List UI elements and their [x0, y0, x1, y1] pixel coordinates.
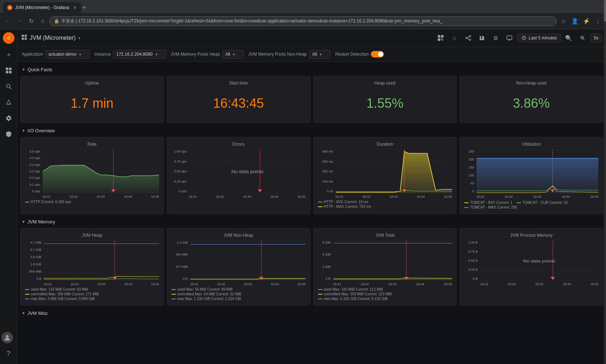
uptime-value: 1.7 min	[25, 89, 159, 118]
scrollbar[interactable]	[604, 0, 606, 364]
heap-used-value: 1.55%	[318, 89, 452, 118]
application-value: actuator-demo	[48, 52, 76, 57]
reload-btn[interactable]: ↻	[26, 16, 36, 26]
add-panel-btn[interactable]	[435, 32, 446, 44]
tab-favicon: G	[7, 5, 12, 10]
start-time-label: Start time	[171, 81, 306, 86]
jvm-non-heap-legend: used Max: 50 MiB Current: 49 MiB committ…	[171, 287, 306, 301]
toggle-track[interactable]	[371, 51, 384, 57]
rate-legend-text: HTTP Current: 0.200 ops	[31, 200, 71, 204]
browser-chrome: G JVM (Micrometer) - Grafana × + ← → ↻ ⌂…	[0, 0, 606, 29]
non-heap-used-value: 3.86%	[464, 89, 598, 118]
svg-marker-89	[551, 277, 555, 280]
svg-marker-70	[113, 277, 117, 280]
application-label: Application	[22, 52, 43, 57]
heap-l2: committed Max: 306 MiB Current: 271 MiB	[31, 292, 99, 296]
sidebar-item-settings[interactable]	[1, 111, 16, 125]
svg-rect-12	[25, 38, 27, 40]
forward-btn[interactable]: →	[14, 16, 25, 26]
account-btn[interactable]: 👤	[570, 16, 580, 26]
jvm-memory-section-header[interactable]: ▼ JVM Memory	[20, 217, 603, 227]
utilisation-legend: TOMCAT - BSY Current: 1 TOMCAT - CUR Cur…	[464, 200, 598, 209]
extension-btn[interactable]: ⚡	[581, 16, 592, 26]
svg-rect-15	[438, 38, 440, 41]
io-overview-row: Rate 0.6 ops0.5 ops0.4 ops0.3 ops0.2 ops…	[20, 137, 603, 214]
non-heap-value: All	[312, 52, 317, 57]
tv-mode-btn[interactable]	[504, 32, 515, 44]
sidebar-bottom: ?	[1, 332, 16, 361]
io-overview-section-header[interactable]: ▼ I/O Overview	[20, 126, 603, 136]
lock-icon: 🔒	[54, 18, 59, 23]
heap-used-panel: Heap used 1.55%	[313, 76, 457, 123]
tab-close-btn[interactable]: ×	[73, 5, 76, 10]
time-range-picker[interactable]: Last 5 minutes	[517, 34, 561, 42]
save-btn[interactable]	[476, 32, 488, 44]
svg-line-23	[467, 38, 469, 39]
sidebar-item-explore[interactable]	[1, 79, 16, 94]
time-range-label: Last 5 minutes	[529, 35, 557, 40]
user-avatar[interactable]	[1, 332, 13, 343]
errors-panel: Errors 1.00 ops0.75 ops0.50 ops0.25 ops0…	[167, 137, 310, 214]
star-btn[interactable]: ☆	[449, 32, 460, 44]
utilisation-legend2: TOMCAT - CUR Current: 10	[522, 201, 567, 205]
sidebar-item-help[interactable]: ?	[1, 346, 16, 361]
heap-select[interactable]: All ▾	[222, 50, 244, 59]
svg-text:No data points: No data points	[231, 169, 263, 174]
start-time-value: 16:43:45	[171, 89, 306, 118]
browser-actions: ☆ 👤 ⚡ ⋮	[558, 16, 603, 26]
io-overview-title: I/O Overview	[27, 128, 55, 133]
heap-var-group: JVM Memory Pools Heap All ▾	[171, 50, 244, 59]
refresh-btn[interactable]: 5s	[590, 34, 602, 42]
instance-select[interactable]: 172.16.2.204:8080 ▾	[113, 50, 166, 59]
non-heap-var-group: JVM Memory Pools Non-Heap All ▾	[248, 50, 331, 59]
application-select[interactable]: actuator-demo ▾	[45, 50, 90, 59]
svg-rect-5	[9, 71, 12, 73]
search-btn[interactable]: 🔍	[563, 32, 575, 44]
dashboard-settings-btn[interactable]: ⚙	[490, 32, 501, 44]
duration-legend1: HTTP - AVG Current: 19 ms	[324, 200, 369, 204]
instance-value: 172.16.2.204:8080	[116, 52, 152, 57]
grafana-logo[interactable]: G	[3, 32, 14, 44]
jvm-misc-section-header[interactable]: ▼ JVM Misc	[20, 308, 603, 318]
svg-marker-82	[404, 277, 408, 280]
svg-point-19	[469, 35, 471, 37]
svg-rect-13	[438, 35, 440, 38]
address-bar[interactable]: 🔒 不安全 | 172.16.2.101:3000/d/4pcjsJTZk/jv…	[49, 16, 557, 26]
uptime-label: Uptime	[25, 81, 159, 86]
active-tab[interactable]: G JVM (Micrometer) - Grafana ×	[3, 2, 81, 13]
title-dropdown-icon[interactable]: ▾	[79, 36, 80, 40]
quick-facts-section-header[interactable]: ▼ Quick Facts	[20, 65, 603, 74]
application-var-group: Application actuator-demo ▾	[22, 50, 90, 59]
share-btn[interactable]	[462, 32, 474, 44]
bookmark-btn[interactable]: ☆	[558, 16, 568, 26]
svg-line-22	[467, 37, 469, 38]
non-heap-select[interactable]: All ▾	[309, 50, 331, 59]
duration-legend2: HTTP - MAX Current: 763 ms	[324, 205, 371, 209]
total-l1: used Max: 165 MiB Current: 112 MiB	[324, 287, 383, 291]
sidebar-item-add[interactable]: ＋	[1, 47, 16, 62]
duration-title: Duration	[318, 142, 452, 147]
application-dropdown-icon: ▾	[79, 52, 81, 56]
start-time-panel: Start time 16:43:45	[167, 76, 310, 123]
svg-point-20	[466, 37, 467, 39]
home-btn[interactable]: ⌂	[38, 16, 48, 26]
back-btn[interactable]: ←	[3, 16, 13, 26]
total-l3: max Max: 5.192 GiB Current: 5.192 GiB	[324, 297, 388, 301]
zoom-out-btn[interactable]	[577, 32, 588, 44]
restart-detection-toggle[interactable]	[371, 51, 384, 57]
heap-dropdown-icon: ▾	[233, 52, 235, 56]
non-heap-l2: committed Max: 54 MiB Current: 52 MiB	[177, 292, 241, 296]
svg-rect-4	[6, 71, 8, 73]
svg-rect-9	[22, 35, 24, 37]
scrollbar-thumb[interactable]	[604, 0, 606, 22]
menu-btn[interactable]: ⋮	[593, 16, 603, 26]
jvm-total-panel: JVM Total 6 GiB4 GiB2 GiB0 B	[313, 228, 457, 305]
sidebar-item-dashboards[interactable]	[1, 63, 16, 78]
jvm-misc-collapse-icon: ▼	[22, 311, 25, 315]
svg-point-21	[469, 39, 471, 40]
sidebar-item-shield[interactable]	[1, 127, 16, 141]
sidebar-item-alerting[interactable]	[1, 95, 16, 110]
instance-label: Instance	[94, 52, 111, 57]
dashboard: ▼ Quick Facts Uptime 1.7 min Start time …	[17, 62, 606, 322]
new-tab-btn[interactable]: +	[82, 4, 86, 12]
